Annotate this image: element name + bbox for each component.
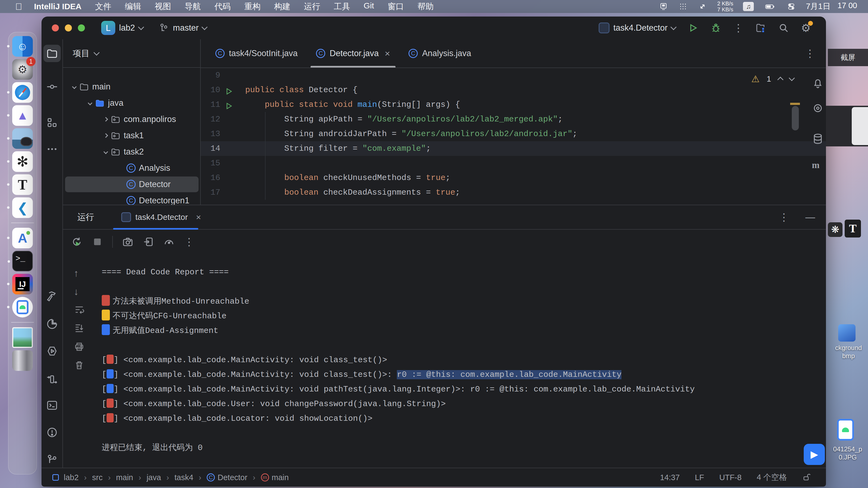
database-icon[interactable] (812, 133, 824, 145)
scroll-up-icon[interactable]: ↑ (74, 268, 85, 279)
menu-item-视图[interactable]: 视图 (155, 1, 171, 12)
project-widget[interactable]: L lab2 (101, 21, 143, 35)
code-editor[interactable]: 910public class Detector {11 public stat… (201, 68, 826, 205)
apple-menu-icon[interactable]:  (15, 1, 22, 12)
breadcrumb-item-Detector[interactable]: Detector (218, 473, 247, 482)
dock-rocket-app-icon[interactable]: ▲ (12, 105, 33, 126)
build-hammer-icon[interactable] (46, 290, 58, 302)
menu-item-工具[interactable]: 工具 (334, 1, 350, 12)
more-actions-icon[interactable]: ⋮ (733, 25, 744, 31)
network-arrows-icon[interactable] (698, 2, 707, 10)
breadcrumb-item-task4[interactable]: task4 (175, 473, 193, 482)
file-encoding[interactable]: UTF-8 (719, 473, 742, 482)
tree-item-java[interactable]: java (63, 95, 123, 110)
menu-item-编辑[interactable]: 编辑 (125, 1, 141, 12)
git-tool-icon[interactable] (46, 454, 58, 465)
project-folder-icon[interactable] (43, 45, 61, 62)
menu-clock[interactable]: 7月1日17 00 (806, 1, 857, 12)
menu-item-Git[interactable]: Git (364, 1, 374, 12)
floating-play-button[interactable]: ▶ (804, 444, 825, 465)
chevron-right-icon[interactable] (104, 117, 108, 122)
rerun-icon[interactable] (71, 236, 83, 248)
dock-terminal-icon[interactable]: >_ (12, 251, 33, 271)
android-emulator-fragment[interactable] (837, 419, 854, 441)
services-icon[interactable] (46, 345, 58, 357)
profiler-icon[interactable] (46, 318, 58, 330)
chevron-down-icon[interactable] (789, 75, 795, 82)
dock-system-settings-icon[interactable]: ⚙1 (12, 59, 33, 80)
soft-wrap-icon[interactable] (74, 304, 85, 315)
menu-item-构建[interactable]: 构建 (274, 1, 290, 12)
scroll-to-end-icon[interactable] (74, 323, 85, 333)
dock-android-studio-icon[interactable]: A (12, 228, 33, 248)
stage-manager-icon[interactable] (678, 2, 688, 10)
editor-scrollbar[interactable] (792, 106, 799, 130)
dock-finder-icon[interactable]: ☺ (12, 36, 33, 57)
chevron-up-icon[interactable] (777, 77, 784, 83)
run-console-output[interactable]: ==== Dead Code Report ====方法未被调用Method-U… (102, 265, 807, 455)
menu-item-窗口[interactable]: 窗口 (388, 1, 404, 12)
dock-typora-icon[interactable]: T (12, 174, 33, 195)
project-structure-icon[interactable] (755, 23, 766, 33)
problems-icon[interactable] (46, 426, 58, 438)
indent-setting[interactable]: 4 个空格 (757, 472, 787, 483)
profiler-gauge-icon[interactable] (163, 236, 175, 248)
run-tab[interactable]: task4.Detector × (113, 205, 209, 229)
breadcrumb-item-lab2[interactable]: lab2 (64, 473, 79, 482)
input-method-icon[interactable]: ♫ (743, 2, 754, 11)
branch-widget[interactable]: master (158, 23, 207, 33)
thread-dump-camera-icon[interactable] (122, 236, 133, 248)
dock-intellij-idea-icon[interactable]: IJ (12, 274, 33, 294)
dock-trash-icon[interactable] (12, 350, 33, 371)
typora-window-icon[interactable]: T (845, 220, 861, 237)
settings-gear-icon[interactable]: ⚙ (801, 23, 812, 33)
inspection-widget[interactable]: ⚠ 1 (751, 73, 794, 84)
unlock-icon[interactable] (802, 473, 811, 482)
breadcrumb-item-java[interactable]: java (147, 473, 161, 482)
close-icon[interactable]: × (196, 212, 201, 222)
tab-analysis-java[interactable]: CAnalysis.java (399, 39, 480, 67)
terminal-icon[interactable] (46, 399, 58, 411)
notifications-bell-icon[interactable] (812, 77, 824, 89)
attach-process-icon[interactable] (143, 236, 154, 248)
dock-image-viewer-icon[interactable] (12, 128, 33, 149)
print-icon[interactable] (74, 341, 85, 352)
tab-detector-java[interactable]: CDetector.java× (307, 39, 399, 67)
menu-item-重构[interactable]: 重构 (244, 1, 261, 12)
dock-vscode-icon[interactable]: ❮ (12, 197, 33, 218)
more-actions-icon[interactable]: ⋮ (184, 239, 194, 245)
tree-item-Detector[interactable]: CDetector (63, 177, 170, 192)
chevron-down-icon[interactable] (88, 101, 93, 105)
menu-app-name[interactable]: IntelliJ IDEA (34, 2, 82, 11)
menu-item-帮助[interactable]: 帮助 (417, 1, 434, 12)
hide-panel-icon[interactable]: — (805, 212, 815, 223)
close-icon[interactable]: × (384, 48, 390, 59)
structure-icon[interactable] (46, 117, 58, 129)
battery-icon[interactable] (764, 2, 777, 10)
maven-icon[interactable]: m (812, 160, 824, 172)
clear-console-trash-icon[interactable] (74, 360, 85, 370)
line-separator[interactable]: LF (695, 473, 704, 482)
menu-item-代码[interactable]: 代码 (215, 1, 231, 12)
dock-chatgpt-icon[interactable]: ✻ (12, 151, 33, 172)
tree-item-task2[interactable]: task2 (63, 144, 144, 159)
chevron-down-icon[interactable] (72, 85, 77, 89)
run-config-selector[interactable]: task4.Detector (599, 23, 676, 33)
run-button[interactable] (688, 23, 699, 33)
menu-item-文件[interactable]: 文件 (95, 1, 112, 12)
chevron-right-icon[interactable] (104, 133, 108, 138)
run-panel-title[interactable]: 运行 (77, 212, 94, 223)
menu-item-运行[interactable]: 运行 (304, 1, 320, 12)
scroll-down-icon[interactable]: ↓ (74, 286, 85, 297)
close-window-button[interactable] (52, 24, 59, 31)
project-panel-header[interactable]: 项目 (63, 39, 200, 68)
tree-item-task1[interactable]: task1 (63, 128, 144, 143)
stop-icon[interactable] (92, 236, 103, 248)
breadcrumb-item-main[interactable]: main (272, 473, 289, 482)
dock-safari-icon[interactable] (12, 82, 33, 103)
breadcrumb-item-src[interactable]: src (92, 473, 103, 482)
search-everywhere-icon[interactable] (778, 23, 789, 33)
chevron-down-icon[interactable] (104, 150, 108, 154)
run-line-icon[interactable] (225, 101, 233, 109)
control-center-icon[interactable] (786, 2, 796, 10)
